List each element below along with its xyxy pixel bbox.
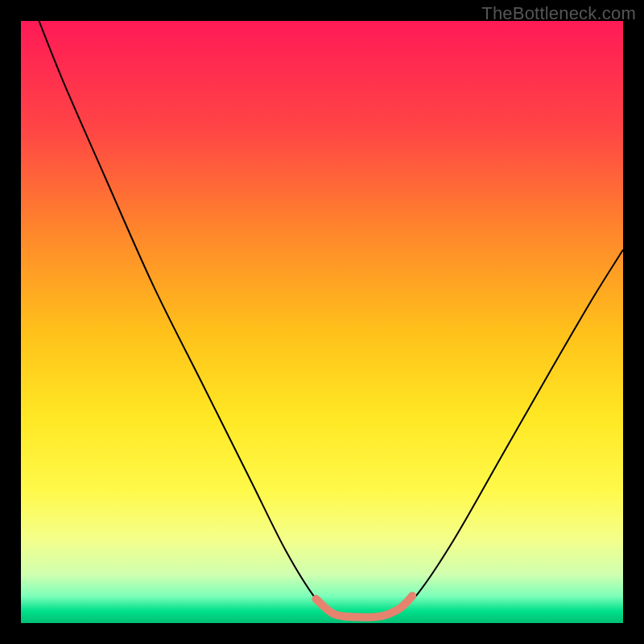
chart-stage: TheBottleneck.com: [0, 0, 644, 644]
watermark-text: TheBottleneck.com: [481, 3, 636, 24]
chart-plot-area: [21, 21, 623, 623]
bottleneck-chart: [21, 21, 623, 623]
gradient-background: [21, 21, 623, 623]
